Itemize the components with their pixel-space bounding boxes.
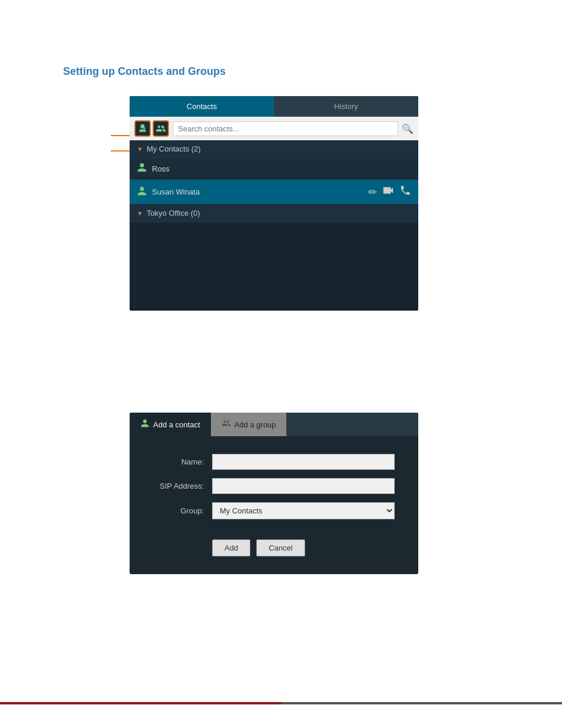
add-group-tab-icon: [222, 419, 231, 430]
tab-history[interactable]: History: [274, 96, 418, 117]
form-area: Name: SIP Address: Group: My Contacts: [130, 436, 418, 539]
search-icon[interactable]: 🔍: [402, 123, 414, 134]
page-title: Setting up Contacts and Groups: [63, 65, 226, 78]
sip-row: SIP Address:: [153, 478, 395, 494]
add-group-icon[interactable]: [153, 120, 169, 137]
add-contact-tab-label: Add a contact: [153, 420, 200, 429]
contact-person-icon-susan: [137, 186, 147, 199]
add-button[interactable]: Add: [212, 539, 250, 556]
contact-row-ross[interactable]: Ross: [130, 158, 418, 180]
name-row: Name:: [153, 454, 395, 470]
contacts-panel: Contacts History 🔍 ▼ My Contacts (2): [130, 96, 418, 311]
footer-line: [0, 702, 562, 704]
sip-label: SIP Address:: [153, 482, 212, 490]
my-contacts-group[interactable]: ▼ My Contacts (2): [130, 140, 418, 158]
add-group-tab-label: Add a group: [234, 420, 276, 429]
group-row-form: Group: My Contacts: [153, 502, 395, 519]
name-input[interactable]: [212, 454, 395, 470]
group-label: Group:: [153, 506, 212, 515]
contacts-tabs: Contacts History: [130, 96, 418, 117]
search-bar: 🔍: [130, 117, 418, 140]
add-contact-icon[interactable]: [134, 120, 151, 137]
group-select[interactable]: My Contacts: [212, 502, 395, 519]
dialog-tabs: Add a contact Add a group: [130, 413, 418, 436]
tokyo-office-label: Tokyo Office (0): [147, 209, 200, 218]
add-icons: [134, 120, 169, 137]
my-contacts-label: My Contacts (2): [147, 144, 201, 153]
cancel-button[interactable]: Cancel: [256, 539, 305, 556]
name-label: Name:: [153, 457, 212, 466]
tab-add-contact[interactable]: Add a contact: [130, 413, 211, 436]
tab-contacts[interactable]: Contacts: [130, 96, 274, 117]
search-input[interactable]: [178, 124, 393, 133]
group-arrow-icon-2: ▼: [137, 210, 143, 217]
form-buttons: Add Cancel: [189, 539, 418, 556]
phone-call-icon[interactable]: [399, 185, 411, 199]
add-contact-dialog: Add a contact Add a group Name: SIP Addr…: [130, 413, 418, 574]
contact-row-susan[interactable]: Susan Winata ✏: [130, 180, 418, 205]
contact-name-susan: Susan Winata: [152, 187, 368, 196]
contact-person-icon: [137, 162, 147, 175]
contact-actions-susan: ✏: [368, 184, 411, 200]
sip-input[interactable]: [212, 478, 395, 494]
contact-name-ross: Ross: [152, 164, 411, 173]
tab-add-group[interactable]: Add a group: [211, 413, 287, 436]
group-arrow-icon: ▼: [137, 146, 143, 153]
add-contact-tab-icon: [140, 419, 150, 430]
tokyo-office-group[interactable]: ▼ Tokyo Office (0): [130, 205, 418, 222]
empty-area: [130, 222, 418, 311]
video-call-icon[interactable]: [382, 184, 395, 200]
search-input-wrapper: [173, 121, 398, 136]
edit-icon[interactable]: ✏: [368, 186, 377, 199]
